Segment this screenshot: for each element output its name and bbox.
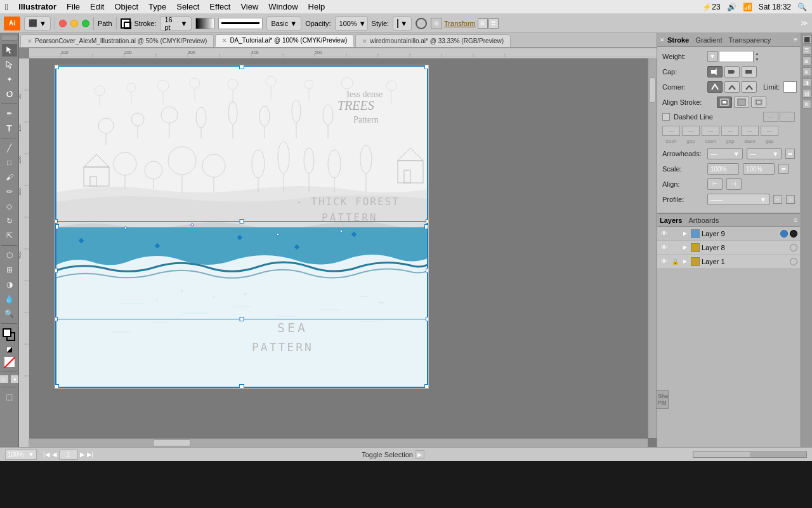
eyedropper-tool[interactable]: 💧 xyxy=(2,293,17,305)
zoom-tool[interactable]: 🔍 xyxy=(2,307,17,320)
layer-8-row[interactable]: 👁 ▶ Layer 8 xyxy=(657,241,800,255)
panel-menu-btn[interactable]: ≡ xyxy=(794,36,797,43)
layers-tab-btn[interactable]: Layers xyxy=(660,217,682,224)
align-btn-outside[interactable] xyxy=(751,97,766,108)
layer-9-vis-icon[interactable]: 👁 xyxy=(660,229,669,238)
opacity-input[interactable]: 100% ▼ xyxy=(335,17,368,30)
profile-flip-h[interactable]: ↔ xyxy=(773,195,782,204)
corner-btn-round[interactable] xyxy=(724,81,740,93)
dashed-checkbox[interactable] xyxy=(662,113,670,121)
scale-tool[interactable]: ⇱ xyxy=(2,229,17,242)
fill-none-icon[interactable] xyxy=(4,356,15,368)
layer-8-lock-icon[interactable] xyxy=(671,243,679,252)
stroke-color-area[interactable] xyxy=(121,18,131,29)
layer-1-vis-icon[interactable]: 👁 xyxy=(660,257,669,266)
layer-9-expand[interactable]: ▶ xyxy=(681,230,689,237)
zoom-button[interactable] xyxy=(82,20,89,27)
weight-down-arrow[interactable]: ▼ xyxy=(755,57,759,62)
corner-btn-miter[interactable] xyxy=(707,81,723,93)
pen-tool[interactable]: ✒ xyxy=(2,107,17,120)
tab-wired[interactable]: ✕ wiredmountainillo.ai* @ 33.33% (RGB/Pr… xyxy=(355,34,511,47)
tab-pearson[interactable]: ✕ PearsonCover_AlexM_Illustration.ai @ 5… xyxy=(20,34,214,47)
stroke-style-preview[interactable] xyxy=(218,18,263,29)
layers-menu-btn[interactable]: ≡ xyxy=(794,217,797,224)
panel-extra-btn7[interactable]: ⚙ xyxy=(802,100,811,109)
style-selector[interactable]: ▼ xyxy=(393,17,412,30)
pencil-tool[interactable]: ✏ xyxy=(2,185,17,198)
panel-options-btn[interactable]: ≫ xyxy=(801,19,808,27)
cap-btn-projecting[interactable] xyxy=(742,66,757,77)
selection-tool[interactable] xyxy=(2,44,17,57)
transform-btn1[interactable]: ⊞ xyxy=(478,18,488,29)
transform-btn2[interactable]: ☰ xyxy=(488,18,499,29)
stroke-weight-input[interactable]: 16 pt ▼ xyxy=(160,17,192,30)
panel-extra-btn3[interactable]: ⊞ xyxy=(802,57,811,65)
page-input[interactable]: 1 xyxy=(59,450,78,460)
direct-selection-tool[interactable] xyxy=(2,58,17,71)
menu-window[interactable]: Window xyxy=(268,2,298,11)
dash-input-5[interactable]: — xyxy=(741,126,759,136)
mesh-tool[interactable]: ⊞ xyxy=(2,264,17,276)
nav-first-btn[interactable]: |◀ xyxy=(43,451,50,458)
tools-btn[interactable]: ⬛ ▼ xyxy=(24,17,51,30)
zoom-input[interactable]: 100% ▼ xyxy=(5,450,37,460)
recolor-icon[interactable] xyxy=(416,18,427,29)
tab-close-da[interactable]: ✕ xyxy=(222,37,227,44)
align-btn-inside[interactable] xyxy=(734,97,749,108)
color-mode-btn1[interactable]: □ xyxy=(0,375,9,384)
arrowhead-start[interactable]: —▼ xyxy=(707,148,743,159)
panel-extra-btn2[interactable]: ☰ xyxy=(802,46,811,55)
corner-btn-bevel[interactable] xyxy=(742,81,757,93)
layer-9-lock-icon[interactable] xyxy=(671,229,679,238)
arrows-align-btn1[interactable]: ⊢ xyxy=(707,178,723,190)
gradient-tab[interactable]: Gradient xyxy=(695,36,722,44)
cap-btn-butt[interactable] xyxy=(707,66,723,77)
menu-view[interactable]: View xyxy=(240,2,258,11)
nav-last-btn[interactable]: ▶| xyxy=(87,451,94,458)
scrollbar-vertical[interactable] xyxy=(648,58,657,438)
arrows-align-btn2[interactable]: ⊣ xyxy=(726,178,742,190)
app-name[interactable]: Illustrator xyxy=(18,2,56,11)
swap-arrows-btn[interactable]: ⇄ xyxy=(785,149,795,159)
rect-tool[interactable]: □ xyxy=(2,156,17,169)
nav-next-btn[interactable]: ▶ xyxy=(80,451,85,458)
scroll-thumb-v[interactable] xyxy=(649,77,656,103)
magic-wand-tool[interactable]: ✦ xyxy=(2,73,17,86)
toggle-selection-btn[interactable]: ▶ xyxy=(416,450,424,459)
transform-icon[interactable]: ⊕ xyxy=(431,18,442,29)
layer-1-lock-icon[interactable]: 🔒 xyxy=(671,257,679,266)
dash-input-2[interactable]: — xyxy=(682,126,700,136)
layer-9-row[interactable]: 👁 ▶ Layer 9 xyxy=(657,227,800,241)
swap-colors-icon[interactable] xyxy=(6,347,13,353)
menu-select[interactable]: Select xyxy=(176,2,199,11)
arrowhead-end[interactable]: —▼ xyxy=(747,148,782,159)
dash-input-4[interactable]: — xyxy=(721,126,739,136)
paintbrush-tool[interactable]: 🖌 xyxy=(2,171,17,184)
main-canvas[interactable]: less dense TREES Pattern - THICK FOREST … xyxy=(29,58,657,447)
limit-input[interactable]: 10 xyxy=(783,81,796,93)
transform-link[interactable]: Transform xyxy=(444,20,476,27)
scrollbar-horizontal[interactable] xyxy=(29,438,648,447)
tab-da-tutorial[interactable]: ✕ DA_Tutorial.ai* @ 100% (CMYK/Preview) xyxy=(215,34,354,47)
panel-close-btn[interactable]: ✕ xyxy=(660,37,665,43)
cap-btn-round[interactable] xyxy=(724,66,740,77)
layer-8-vis-icon[interactable]: 👁 xyxy=(660,243,669,252)
panel-extra-btn1[interactable]: ⬛ xyxy=(802,35,811,44)
dash-input-6[interactable]: — xyxy=(761,126,778,136)
close-button[interactable] xyxy=(59,20,67,27)
tab-close-wired[interactable]: ✕ xyxy=(362,38,367,44)
eraser-tool[interactable]: ◇ xyxy=(2,200,17,213)
apple-menu[interactable]:  xyxy=(5,2,8,12)
weight-input[interactable]: 16 pt xyxy=(719,51,754,62)
nav-prev-btn[interactable]: ◀ xyxy=(52,451,57,458)
menu-help[interactable]: Help xyxy=(308,2,325,11)
lasso-tool[interactable] xyxy=(2,88,17,100)
profile-select[interactable]: ——▼ xyxy=(707,194,769,205)
menu-effect[interactable]: Effect xyxy=(209,2,230,11)
panel-extra-btn4[interactable]: ⊕ xyxy=(802,67,811,76)
artboards-tab-btn[interactable]: Artboards xyxy=(688,217,719,224)
layer-1-expand[interactable]: ▶ xyxy=(681,258,689,265)
menu-file[interactable]: File xyxy=(67,2,80,11)
rotate-tool[interactable]: ↻ xyxy=(2,215,17,227)
scale-link-btn[interactable]: ⇄ xyxy=(778,164,789,174)
